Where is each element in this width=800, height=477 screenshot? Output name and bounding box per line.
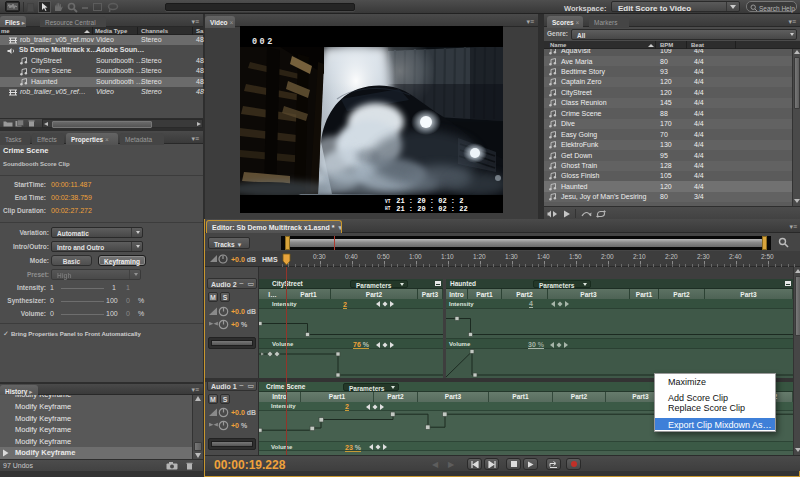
- svg-text:002: 002: [252, 37, 275, 47]
- svg-text:HT: HT: [385, 206, 391, 211]
- svg-text:VT: VT: [385, 199, 391, 204]
- svg-text:21 : 20 : 02 : 22: 21 : 20 : 02 : 22: [392, 205, 468, 213]
